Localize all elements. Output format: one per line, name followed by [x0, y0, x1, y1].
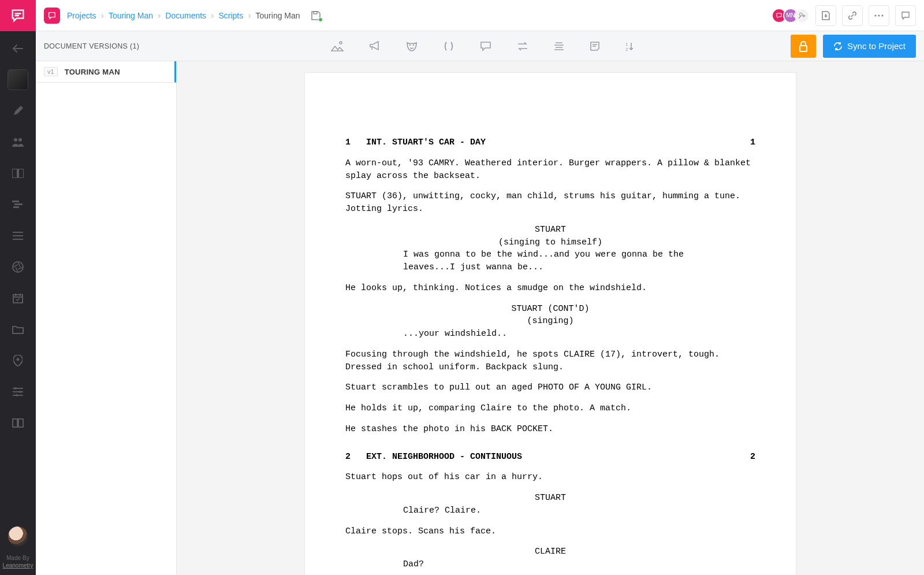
toolbar-right: Sync to Project: [791, 35, 924, 58]
mask-icon[interactable]: [406, 40, 418, 52]
sidebar-sliders-icon[interactable]: [0, 380, 36, 403]
breadcrumb-current: Touring Man: [256, 11, 300, 20]
script-page[interactable]: 1INT. STUART'S CAR - DAY1A worn-out, '93…: [305, 73, 796, 575]
sidebar-nav: [0, 31, 36, 526]
character-cue[interactable]: STUART (CONT'D): [432, 303, 669, 316]
image-icon[interactable]: [331, 41, 344, 51]
chat-button[interactable]: [895, 5, 916, 26]
svg-rect-6: [13, 206, 19, 208]
sidebar-location-icon[interactable]: [0, 349, 36, 372]
action-text[interactable]: He stashes the photo in his BACK POCKET.: [345, 423, 755, 436]
scene-heading[interactable]: 2EXT. NEIGHBORHOOD - CONTINUOUS2: [345, 451, 755, 463]
paren-icon[interactable]: [443, 41, 454, 51]
sidebar-folder-icon[interactable]: [0, 318, 36, 341]
svg-point-9: [17, 358, 20, 361]
sidebar-people-icon[interactable]: [0, 131, 36, 154]
sidebar-book-icon[interactable]: [0, 411, 36, 435]
svg-point-19: [409, 44, 410, 45]
chevron-right-icon: ›: [101, 10, 104, 21]
footer-line1: Made By: [6, 555, 29, 561]
sidebar-project-thumb[interactable]: [0, 68, 36, 91]
header-actions: MN: [775, 5, 916, 26]
sidebar-aperture-icon[interactable]: [0, 255, 36, 279]
swap-icon[interactable]: [517, 42, 528, 51]
brand-logo[interactable]: [0, 0, 36, 31]
dialogue[interactable]: I was gonna to be the wind...and you wer…: [403, 248, 698, 274]
sidebar-back-icon[interactable]: [0, 37, 36, 60]
breadcrumb: Projects › Touring Man › Documents › Scr…: [67, 10, 300, 21]
svg-rect-8: [13, 295, 23, 303]
svg-rect-5: [14, 203, 23, 205]
sync-label: Sync to Project: [847, 41, 906, 51]
svg-point-1: [18, 138, 22, 142]
numbering-icon[interactable]: 12: [625, 41, 637, 51]
top-header: Projects › Touring Man › Documents › Scr…: [36, 0, 924, 31]
collab-add[interactable]: [795, 8, 810, 23]
download-button[interactable]: [815, 5, 836, 26]
action-text[interactable]: Focusing through the windshield, he spot…: [345, 348, 755, 374]
svg-point-14: [800, 13, 803, 16]
scene-number-left: 2: [345, 451, 366, 463]
action-text[interactable]: Stuart scrambles to pull out an aged PHO…: [345, 381, 755, 394]
toolbar: DOCUMENT VERSIONS (1) 12 Sync to Project: [36, 31, 924, 61]
version-item[interactable]: v1 TOURING MAN: [36, 61, 176, 83]
svg-point-20: [412, 44, 413, 45]
sidebar-footer: Made By Leanometry: [3, 551, 33, 575]
dialogue[interactable]: Claire? Claire.: [403, 504, 698, 517]
sidebar-panels-icon[interactable]: [0, 162, 36, 185]
save-status-icon[interactable]: [311, 10, 321, 21]
svg-rect-23: [800, 46, 807, 51]
action-text[interactable]: STUART (36), unwitting, cocky, man child…: [345, 190, 755, 216]
chevron-right-icon: ›: [211, 10, 214, 21]
link-button[interactable]: [842, 5, 863, 26]
svg-point-18: [340, 42, 342, 44]
align-icon[interactable]: [554, 42, 564, 51]
breadcrumb-link[interactable]: Documents: [165, 11, 206, 20]
note-icon[interactable]: [590, 41, 600, 51]
parenthetical[interactable]: (singing): [455, 315, 646, 328]
scene-number-left: 1: [345, 136, 366, 149]
breadcrumb-link[interactable]: Touring Man: [109, 11, 153, 20]
lock-button[interactable]: [791, 35, 816, 58]
breadcrumb-link[interactable]: Scripts: [218, 11, 243, 20]
svg-rect-2: [12, 169, 17, 178]
scene-slug: INT. STUART'S CAR - DAY: [366, 136, 735, 149]
versions-panel: v1 TOURING MAN: [36, 61, 177, 575]
scene-slug: EXT. NEIGHBORHOOD - CONTINUOUS: [366, 451, 735, 463]
more-button[interactable]: [869, 5, 889, 26]
action-text[interactable]: Claire stops. Scans his face.: [345, 525, 755, 538]
breadcrumb-link[interactable]: Projects: [67, 11, 96, 20]
footer-line2[interactable]: Leanometry: [3, 562, 33, 569]
collaborators[interactable]: MN: [775, 8, 810, 23]
action-text[interactable]: He looks up, thinking. Notices a smudge …: [345, 282, 755, 295]
svg-point-7: [13, 262, 23, 272]
scene[interactable]: 2EXT. NEIGHBORHOOD - CONTINUOUS2Stuart h…: [345, 451, 755, 576]
action-text[interactable]: A worn-out, '93 CAMRY. Weathered interio…: [345, 157, 755, 183]
sidebar-list-icon[interactable]: [0, 224, 36, 247]
character-cue[interactable]: STUART: [432, 224, 669, 236]
scene-number-right: 1: [735, 136, 755, 149]
version-badge: v1: [44, 67, 58, 76]
scene-heading[interactable]: 1INT. STUART'S CAR - DAY1: [345, 136, 755, 149]
app-chip[interactable]: [44, 8, 60, 24]
scene[interactable]: 1INT. STUART'S CAR - DAY1A worn-out, '93…: [345, 136, 755, 436]
parenthetical[interactable]: (singing to himself): [455, 236, 646, 249]
sidebar-edit-icon[interactable]: [0, 99, 36, 123]
sync-button[interactable]: Sync to Project: [823, 35, 916, 58]
sidebar-calendar-icon[interactable]: [0, 287, 36, 310]
svg-text:1: 1: [625, 42, 628, 47]
megaphone-icon[interactable]: [369, 41, 381, 51]
lock-icon: [798, 40, 808, 52]
action-text[interactable]: Stuart hops out of his car in a hurry.: [345, 471, 755, 484]
document-area[interactable]: 1INT. STUART'S CAR - DAY1A worn-out, '93…: [177, 61, 924, 575]
character-cue[interactable]: CLAIRE: [432, 546, 669, 558]
dialogue[interactable]: Dad?: [403, 558, 698, 571]
action-text[interactable]: He holds it up, comparing Claire to the …: [345, 402, 755, 415]
svg-point-11: [19, 391, 21, 393]
scene-number-right: 2: [735, 451, 755, 463]
character-cue[interactable]: STUART: [432, 492, 669, 504]
user-avatar[interactable]: [8, 526, 28, 546]
comment-icon[interactable]: [480, 41, 491, 51]
sidebar-timeline-icon[interactable]: [0, 193, 36, 216]
dialogue[interactable]: ...your windshield..: [403, 328, 698, 340]
